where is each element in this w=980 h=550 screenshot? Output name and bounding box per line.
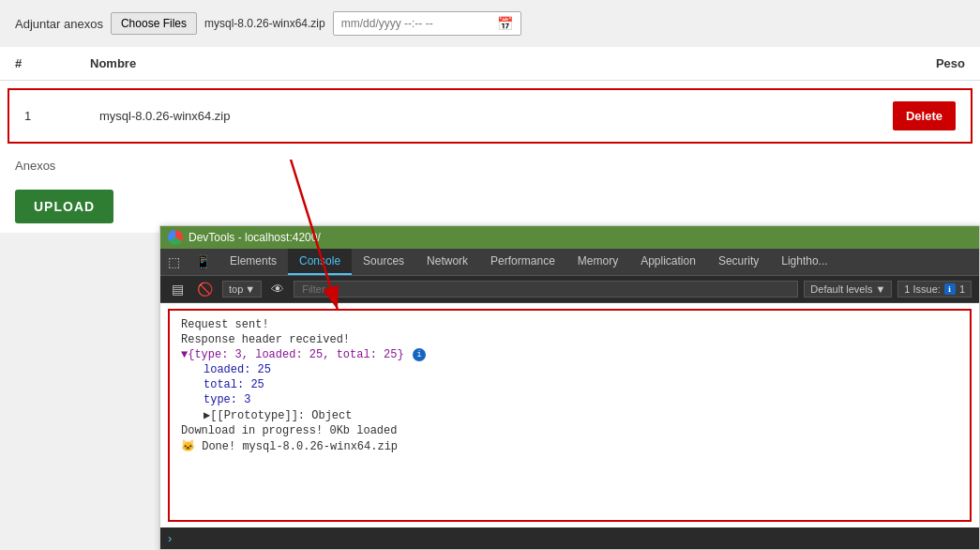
tab-memory[interactable]: Memory: [566, 249, 629, 275]
levels-arrow: ▼: [875, 283, 885, 295]
tab-lighthouse[interactable]: Lightho...: [770, 249, 838, 275]
console-line-prototype: ▶[[Prototype]]: Object: [181, 408, 958, 422]
devtools-tabs-bar: ⬚ 📱 Elements Console Sources Network Per…: [160, 249, 979, 276]
tab-network[interactable]: Network: [415, 249, 479, 275]
console-line-type: type: 3: [181, 393, 958, 406]
col-nombre-header: Nombre: [90, 56, 871, 70]
console-line-total: total: 25: [181, 378, 958, 391]
tab-elements[interactable]: Elements: [219, 249, 288, 275]
inspect-icon[interactable]: ⬚: [160, 249, 188, 275]
levels-dropdown[interactable]: Default levels ▼: [804, 281, 892, 298]
adjuntar-label: Adjuntar anexos: [15, 17, 103, 31]
file-table: # Nombre Peso 1 mysql-8.0.26-winx64.zip …: [0, 47, 980, 233]
info-icon: i: [413, 348, 426, 361]
device-icon[interactable]: 📱: [188, 249, 219, 275]
anexos-label: Anexos: [0, 151, 980, 180]
delete-button[interactable]: Delete: [893, 101, 956, 130]
context-selector[interactable]: top ▼: [222, 281, 262, 298]
console-line-done: 🐱 Done! mysql-8.0.26-winx64.zip: [181, 439, 958, 453]
issues-num: 1: [959, 283, 965, 295]
devtools-panel: DevTools - localhost:4200/ ⬚ 📱 Elements …: [159, 225, 980, 550]
col-num-header: #: [15, 56, 90, 70]
top-label: top: [229, 283, 243, 295]
console-line-obj-header: ▼{type: 3, loaded: 25, total: 25} i: [181, 348, 958, 361]
console-line-loaded: loaded: 25: [181, 363, 958, 376]
choose-files-button[interactable]: Choose Files: [111, 12, 197, 35]
levels-label: Default levels: [810, 283, 872, 295]
date-input-wrapper: 📅: [333, 11, 521, 36]
col-peso-header: Peso: [871, 56, 965, 70]
date-field[interactable]: [341, 17, 491, 30]
console-output: Request sent! Response header received! …: [168, 309, 972, 522]
issues-badge[interactable]: 1 Issue: ℹ 1: [897, 281, 972, 298]
console-line-request: Request sent!: [181, 318, 958, 331]
row-number: 1: [24, 109, 99, 123]
chrome-icon: [168, 230, 183, 245]
clear-console-icon[interactable]: 🚫: [193, 280, 217, 298]
console-line-response: Response header received!: [181, 333, 958, 346]
sidebar-toggle-icon[interactable]: ▤: [168, 280, 188, 298]
tab-security[interactable]: Security: [707, 249, 770, 275]
devtools-bottom-bar: ›: [160, 527, 979, 549]
dropdown-arrow: ▼: [245, 283, 255, 295]
devtools-titlebar: DevTools - localhost:4200/: [160, 226, 979, 249]
filter-input[interactable]: [294, 281, 798, 298]
table-header: # Nombre Peso: [0, 47, 980, 81]
selected-file-name: mysql-8.0.26-winx64.zip: [204, 17, 325, 30]
console-toolbar: ▤ 🚫 top ▼ 👁 Default levels ▼ 1 Issue: ℹ …: [160, 276, 979, 303]
issue-icon: ℹ: [944, 283, 956, 295]
tab-application[interactable]: Application: [629, 249, 707, 275]
tab-performance[interactable]: Performance: [479, 249, 566, 275]
upload-button[interactable]: UPLOAD: [15, 190, 113, 223]
tab-sources[interactable]: Sources: [352, 249, 415, 275]
eye-icon[interactable]: 👁: [267, 280, 288, 298]
calendar-icon: 📅: [497, 16, 513, 31]
tab-console[interactable]: Console: [288, 249, 352, 275]
console-line-download: Download in progress! 0Kb loaded: [181, 424, 958, 437]
console-prompt-icon: ›: [168, 531, 172, 545]
devtools-title: DevTools - localhost:4200/: [188, 231, 321, 244]
issues-count: 1 Issue:: [904, 283, 941, 295]
table-row: 1 mysql-8.0.26-winx64.zip Delete: [8, 88, 972, 144]
top-area: Adjuntar anexos Choose Files mysql-8.0.2…: [0, 0, 980, 47]
row-filename: mysql-8.0.26-winx64.zip: [99, 109, 862, 123]
